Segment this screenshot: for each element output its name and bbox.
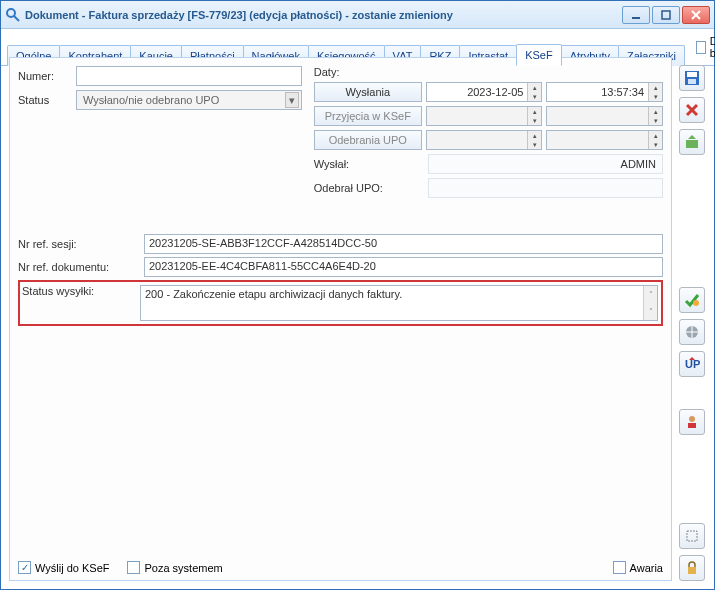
right-toolbar: UPO (676, 57, 708, 581)
svg-rect-18 (688, 567, 696, 574)
wyslania-date[interactable]: 2023-12-05▴▾ (426, 82, 543, 102)
user-button[interactable] (679, 409, 705, 435)
tab-ksef[interactable]: KSeF (516, 44, 562, 66)
tab-content: Numer: Status Wysłano/nie odebrano UPO ▾… (9, 57, 672, 581)
poza-checkbox[interactable]: Poza systemem (127, 561, 222, 574)
wyslania-time[interactable]: 13:57:34▴▾ (546, 82, 663, 102)
svg-rect-3 (662, 11, 670, 19)
awaria-label: Awaria (630, 562, 663, 574)
svg-rect-8 (688, 79, 696, 84)
checkbox-icon (18, 561, 31, 574)
daty-title: Daty: (314, 66, 663, 78)
odebrania-button[interactable]: Odebrania UPO (314, 130, 422, 150)
wyslania-button[interactable]: Wysłania (314, 82, 422, 102)
ref-sesji-label: Nr ref. sesji: (18, 238, 138, 250)
spin-down-icon[interactable]: ▾ (527, 116, 541, 125)
wyslij-checkbox[interactable]: Wyślij do KSeF (18, 561, 109, 574)
wyslal-label: Wysłał: (314, 158, 422, 170)
bottom-row: Wyślij do KSeF Poza systemem Awaria (18, 561, 663, 574)
status-wysylki-box: Status wysyłki: 200 - Zakończenie etapu … (18, 280, 663, 326)
status-select[interactable]: Wysłano/nie odebrano UPO ▾ (76, 90, 302, 110)
przyjecia-button[interactable]: Przyjęcia w KSeF (314, 106, 422, 126)
svg-rect-11 (686, 140, 698, 148)
chevron-down-icon: ▾ (285, 92, 299, 108)
spin-down-icon[interactable]: ▾ (527, 140, 541, 149)
scroll-up-icon[interactable]: ˄ (643, 286, 657, 303)
numer-label: Numer: (18, 70, 70, 82)
svg-point-12 (693, 300, 699, 306)
export-button[interactable] (679, 129, 705, 155)
maximize-button[interactable] (652, 6, 680, 24)
document-window: Dokument - Faktura sprzedaży [FS-779/23]… (0, 0, 715, 590)
validate-button[interactable] (679, 287, 705, 313)
odebral-label: Odebrał UPO: (314, 182, 422, 194)
ref-sesji-value[interactable]: 20231205-SE-ABB3F12CCF-A428514DCC-50 (144, 234, 663, 254)
svg-rect-16 (688, 423, 696, 428)
spin-down-icon[interactable]: ▾ (527, 92, 541, 101)
odebrania-date[interactable]: ▴▾ (426, 130, 543, 150)
close-button[interactable] (682, 6, 710, 24)
odebrania-time[interactable]: ▴▾ (546, 130, 663, 150)
numer-input[interactable] (76, 66, 302, 86)
preview-button[interactable] (679, 523, 705, 549)
wyslij-label: Wyślij do KSeF (35, 562, 109, 574)
ref-dok-value[interactable]: 20231205-EE-4C4CBFA811-55CC4A6E4D-20 (144, 257, 663, 277)
do-bufora-label: Do bufora (710, 35, 715, 59)
titlebar: Dokument - Faktura sprzedaży [FS-779/23]… (1, 1, 714, 29)
checkbox-icon (696, 41, 706, 54)
status-wysylki-label: Status wysyłki: (20, 285, 140, 321)
checkbox-icon (127, 561, 140, 574)
svg-point-0 (7, 9, 15, 17)
window-title: Dokument - Faktura sprzedaży [FS-779/23]… (25, 9, 622, 21)
svg-rect-17 (687, 531, 697, 541)
spin-up-icon[interactable]: ▴ (648, 107, 662, 116)
spin-down-icon[interactable]: ▾ (648, 116, 662, 125)
poza-label: Poza systemem (144, 562, 222, 574)
save-button[interactable] (679, 65, 705, 91)
spin-down-icon[interactable]: ▾ (648, 92, 662, 101)
spin-up-icon[interactable]: ▴ (527, 83, 541, 92)
status-label: Status (18, 94, 70, 106)
lock-button[interactable] (679, 555, 705, 581)
svg-line-1 (14, 16, 19, 21)
status-value: Wysłano/nie odebrano UPO (83, 94, 219, 106)
scroll-down-icon[interactable]: ˅ (643, 303, 657, 320)
svg-rect-7 (687, 72, 697, 77)
przyjecia-time[interactable]: ▴▾ (546, 106, 663, 126)
ref-dok-label: Nr ref. dokumentu: (18, 261, 138, 273)
spin-up-icon[interactable]: ▴ (527, 131, 541, 140)
upo-button[interactable]: UPO (679, 351, 705, 377)
wyslal-value: ADMIN (428, 154, 663, 174)
app-icon (5, 7, 21, 23)
minimize-button[interactable] (622, 6, 650, 24)
spin-up-icon[interactable]: ▴ (527, 107, 541, 116)
spin-up-icon[interactable]: ▴ (648, 131, 662, 140)
status-wysylki-value[interactable]: 200 - Zakończenie etapu archiwizacji dan… (140, 285, 658, 321)
window-buttons (622, 6, 710, 24)
globe-button[interactable] (679, 319, 705, 345)
odebral-value (428, 178, 663, 198)
spin-up-icon[interactable]: ▴ (648, 83, 662, 92)
spin-down-icon[interactable]: ▾ (648, 140, 662, 149)
przyjecia-date[interactable]: ▴▾ (426, 106, 543, 126)
delete-button[interactable] (679, 97, 705, 123)
svg-point-15 (689, 416, 695, 422)
awaria-checkbox[interactable]: Awaria (613, 561, 663, 574)
checkbox-icon (613, 561, 626, 574)
